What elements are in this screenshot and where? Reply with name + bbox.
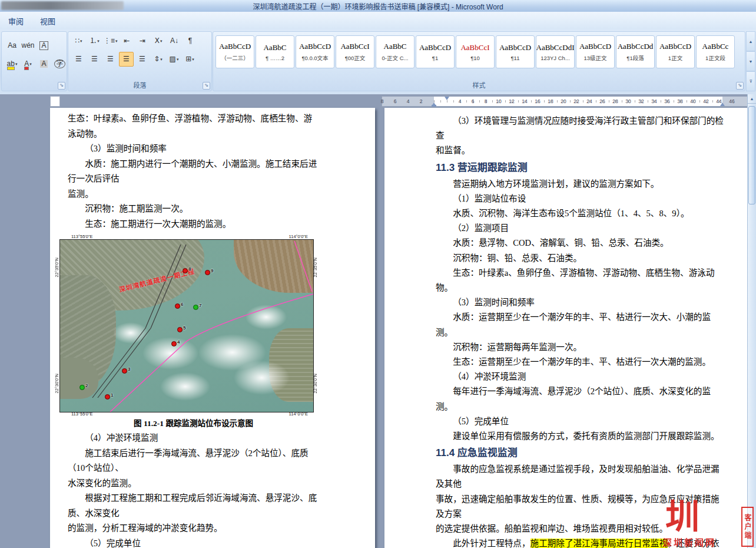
- decrease-indent-icon[interactable]: ⇤: [120, 34, 134, 48]
- axis-label: 113°55'0"E: [71, 411, 93, 417]
- ruler-number: 32: [638, 98, 644, 104]
- styles-dialog-launcher-icon[interactable]: ⇘: [736, 82, 744, 90]
- paragraph: （4）冲淤环境监测: [436, 369, 724, 384]
- watermark-client-label: 客户端: [741, 507, 754, 547]
- font-dialog-launcher-icon[interactable]: ⇘: [58, 82, 65, 90]
- section-heading: 11.4 应急监视监测: [436, 445, 724, 461]
- ruler-number: 12: [509, 98, 514, 104]
- font-group: AawénA ab▾A▾A字 ⇘: [1, 31, 67, 91]
- ruler-bar: 8642468101214161820222426283032343638404…: [0, 94, 756, 108]
- align-center-icon[interactable]: ☰: [87, 52, 102, 67]
- change-case-icon[interactable]: Aa: [5, 38, 19, 53]
- left-indent-marker[interactable]: [432, 105, 436, 107]
- text-highlight-icon[interactable]: ab▾: [5, 57, 19, 71]
- paragraph: （5）完成单位: [68, 536, 319, 548]
- ruler-left-page-sliver: [50, 96, 60, 107]
- ruler-number: 4: [459, 98, 462, 104]
- gallery-more-icon[interactable]: ⊽: [746, 71, 755, 91]
- station-marker-1: 1: [105, 394, 110, 400]
- first-line-indent-marker[interactable]: [445, 97, 449, 100]
- scrollbar-thumb[interactable]: [748, 106, 755, 204]
- ruler[interactable]: 8642468101214161820222426283032343638404…: [382, 96, 749, 107]
- ruler-number: 30: [625, 98, 631, 104]
- paragraph: 沉积物：运营期每两年监测一次。: [436, 340, 724, 355]
- bullets-icon[interactable]: ∷▾: [71, 34, 86, 48]
- gallery-scroll-down-icon[interactable]: ▼: [746, 51, 755, 71]
- style-item[interactable]: AaBbCcD¶1: [416, 35, 455, 68]
- style-item[interactable]: AaBbCcD¶0.0.0文本: [296, 35, 334, 68]
- station-marker-4: 4: [171, 341, 177, 346]
- character-shading-icon[interactable]: A: [37, 57, 51, 71]
- page-right[interactable]: （3）环境管理与监测情况应随时接受海洋行政主管部门和环保部门的检查和监督。11.…: [384, 108, 748, 548]
- style-item[interactable]: AaBbCcDdI123YJ Ch...: [536, 35, 575, 68]
- figure-caption: 图 11.2-1 跟踪监测站位布设示意图: [68, 417, 319, 431]
- align-right-icon[interactable]: ☰: [103, 52, 118, 67]
- ruler-number: 18: [548, 98, 553, 104]
- justify-icon[interactable]: ☰: [119, 52, 134, 67]
- ruler-number: 44: [716, 98, 721, 104]
- style-item[interactable]: AaBbCcD（一二三）: [215, 35, 254, 68]
- paragraph: 水质、沉积物、海洋生态布设5个监测站位（1、4、5、8、9）。: [436, 206, 724, 221]
- paragraph: 和监督。: [436, 143, 724, 158]
- enclosed-character-icon[interactable]: 字: [52, 57, 67, 71]
- style-item[interactable]: AaBbCcD¶11: [496, 35, 535, 68]
- paragraph: 水质：运营期至少在一个潮汐年的丰、平、枯进行一次大、小潮的监测。: [436, 310, 724, 339]
- ruler-number: 10: [496, 98, 501, 104]
- paragraph: （4）冲淤环境监测: [68, 431, 319, 446]
- styles-gallery-scroll: ▲ ▼ ⊽: [746, 31, 755, 91]
- gallery-scroll-up-icon[interactable]: ▲: [746, 31, 755, 51]
- sort-icon[interactable]: A↓: [167, 34, 182, 48]
- ruler-number: 36: [664, 98, 669, 104]
- distribute-icon[interactable]: ☰: [135, 52, 150, 67]
- ruler-number: 46: [729, 98, 734, 104]
- paragraph: 水深变化的监测。: [68, 476, 319, 491]
- paragraph: 事故的应急监视系统是通过监视手段，及时发现船舶溢油、化学品泄漏及其他: [436, 462, 724, 491]
- ruler-number: 22: [573, 98, 579, 104]
- numbering-icon[interactable]: ⒈▾: [87, 34, 102, 48]
- phonetic-guide-icon[interactable]: wén: [21, 38, 35, 53]
- tab-视图[interactable]: 视图: [32, 12, 64, 29]
- paragraph: 根据对工程施工期和工程完成后邻近海域海流、悬浮泥沙、底质、水深变化: [68, 491, 319, 521]
- borders-icon[interactable]: ⊞▾: [183, 52, 197, 67]
- station-marker-9: 9: [205, 270, 210, 275]
- style-item[interactable]: AaBbCc1正文段: [696, 35, 735, 68]
- paragraph-group-row1: ∷▾⒈▾⋮≡▾⇤⇥Ⅹ▾A↓¶: [68, 32, 211, 50]
- axis-label: 114°0'0"E: [289, 411, 308, 417]
- ruler-number: 24: [586, 98, 592, 104]
- multilevel-list-icon[interactable]: ⋮≡▾: [103, 34, 118, 48]
- ruler-number: 20: [561, 98, 566, 104]
- font-color-icon[interactable]: A▾: [21, 57, 35, 71]
- style-item[interactable]: AaBbCcI¶10: [456, 35, 495, 68]
- show-marks-icon[interactable]: ¶: [183, 34, 198, 48]
- style-item[interactable]: AaBbC¶ ……2: [256, 35, 294, 68]
- ruler-number: 42: [703, 98, 708, 104]
- paragraph-dialog-launcher-icon[interactable]: ⇘: [203, 82, 210, 90]
- style-item[interactable]: AaBbCcI¶00正文: [336, 35, 374, 68]
- increase-indent-icon[interactable]: ⇥: [135, 34, 150, 48]
- character-border-icon[interactable]: A: [37, 38, 51, 53]
- line-spacing-icon[interactable]: ⇕▾: [151, 52, 165, 67]
- page-left[interactable]: 生态：叶绿素a、鱼卵仔鱼、浮游植物、浮游动物、底栖生物、游泳动物。（3）监测时间…: [50, 108, 375, 548]
- style-item[interactable]: AaBbC0-正文 C...: [376, 35, 415, 68]
- shading-icon[interactable]: ▨▾: [167, 52, 181, 67]
- paragraph: （5）完成单位: [436, 414, 724, 429]
- section-heading: 11.3 营运期跟踪监测: [436, 160, 724, 176]
- axis-label: 22°30'0"N: [313, 374, 318, 393]
- style-item[interactable]: AaBbCcDd¶1段落: [616, 35, 655, 68]
- ruler-number: 4: [407, 98, 410, 104]
- ruler-number: 2: [420, 98, 423, 104]
- style-item[interactable]: AaBbCcD1正文: [656, 35, 695, 68]
- vertical-scrollbar[interactable]: ▲: [747, 94, 756, 548]
- style-item[interactable]: AaBbCcD13级正文: [576, 35, 615, 68]
- paragraph: 建设单位采用有偿服务的方式，委托有资质的监测部门开展跟踪监测。: [436, 429, 724, 444]
- scroll-up-icon[interactable]: ▲: [748, 94, 756, 104]
- station-marker-5: 5: [177, 327, 183, 332]
- word-window: 深圳湾航道疏浚工程（一期）环境影响报告书送审稿 [兼容模式] - Microso…: [0, 0, 756, 548]
- axis-label: 22°35'0"N: [313, 258, 318, 277]
- font-group-row1: AawénA: [2, 32, 67, 55]
- axis-label: 22°35'0"N: [54, 258, 59, 277]
- align-left-icon[interactable]: ☰: [71, 52, 86, 67]
- tab-审阅[interactable]: 审阅: [0, 12, 32, 29]
- paragraph: 生态：施工期进行一次大潮期的监测。: [68, 217, 319, 232]
- asian-layout-icon[interactable]: Ⅹ▾: [151, 34, 166, 48]
